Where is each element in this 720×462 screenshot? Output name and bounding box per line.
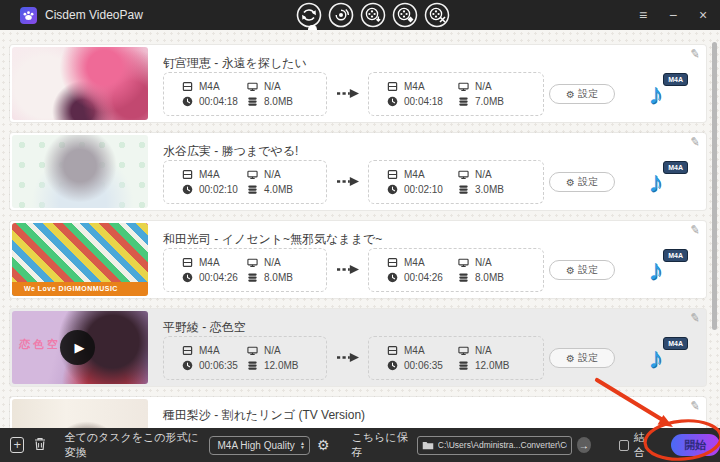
window-controls: ≡ − × (634, 0, 712, 30)
close-icon[interactable]: × (694, 7, 712, 23)
target-size: 3.0MB (475, 184, 504, 195)
settings-button[interactable]: ⚙設定 (549, 260, 615, 280)
nav-download-icon[interactable] (360, 2, 386, 28)
resolution-icon (247, 257, 258, 268)
output-path-input[interactable] (438, 440, 567, 450)
resolution-icon (458, 257, 469, 268)
duration-icon (387, 360, 398, 371)
target-format: M4A (404, 345, 425, 356)
source-resolution: N/A (264, 169, 281, 180)
thumbnail[interactable] (12, 135, 148, 208)
thumbnail[interactable] (12, 47, 148, 120)
gear-icon: ⚙ (566, 177, 575, 188)
titlebar: Cisdem VideoPaw (0, 0, 720, 30)
add-file-icon[interactable]: + (10, 437, 24, 453)
minimize-icon[interactable]: − (664, 7, 682, 23)
resolution-icon (247, 345, 258, 356)
format-icon (182, 257, 193, 268)
music-note-icon: ♪ (648, 341, 663, 375)
rename-pencil-icon[interactable]: ✎ (689, 46, 701, 61)
target-duration: 00:04:26 (404, 272, 443, 283)
start-button[interactable]: 開始 (671, 434, 720, 456)
source-info: M4A N/A 00:02:10 4.0MB (163, 160, 327, 204)
scrollbar[interactable] (712, 42, 717, 330)
settings-button[interactable]: ⚙設定 (549, 172, 615, 192)
rename-pencil-icon[interactable]: ✎ (689, 398, 701, 413)
source-resolution: N/A (264, 345, 281, 356)
size-icon (458, 96, 469, 107)
source-format: M4A (199, 345, 220, 356)
merge-label: 結合 (634, 430, 653, 460)
arrow-right-icon (336, 264, 360, 275)
source-duration: 00:04:26 (199, 272, 238, 283)
thumbnail-banner: We Love DIGIMONMUSIC (12, 282, 148, 296)
output-format-icon: ♪ M4A (648, 73, 688, 115)
source-size: 8.0MB (264, 272, 293, 283)
source-resolution: N/A (264, 257, 281, 268)
rename-pencil-icon[interactable]: ✎ (689, 310, 701, 325)
target-info: M4A N/A 00:04:26 8.0MB (368, 248, 544, 292)
target-duration: 00:02:10 (404, 184, 443, 195)
nav-record-icon[interactable] (328, 2, 354, 28)
format-icon (182, 169, 193, 180)
target-size: 8.0MB (475, 272, 504, 283)
nav-convert-icon[interactable] (296, 2, 322, 28)
arrow-right-icon (336, 352, 360, 363)
target-format: M4A (404, 257, 425, 268)
task-row[interactable]: 钉宫理恵 - 永遠を探したい M4A N/A 00:04:18 8.0MB M4… (10, 45, 706, 122)
thumbnail[interactable]: 恋色空 ▶ (12, 311, 148, 384)
nav-toolbox-icon[interactable] (424, 2, 450, 28)
thumbnail[interactable] (12, 399, 148, 428)
trash-icon[interactable] (32, 436, 48, 454)
target-resolution: N/A (475, 81, 492, 92)
format-icon (387, 257, 398, 268)
task-row[interactable]: 種田梨沙 - 割れたリンゴ (TV Version) ✎ (10, 397, 706, 428)
output-format-icon: ♪ M4A (648, 161, 688, 203)
nav-edit-icon[interactable] (392, 2, 418, 28)
merge-checkbox[interactable] (619, 440, 629, 451)
target-format: M4A (404, 81, 425, 92)
app-title: Cisdem VideoPaw (45, 8, 143, 22)
open-folder-arrow-icon[interactable]: → (577, 437, 591, 453)
menu-icon[interactable]: ≡ (634, 7, 652, 23)
thumbnail[interactable]: We Love DIGIMONMUSIC (12, 223, 148, 296)
format-select[interactable]: M4A High Quality ▲▼ (209, 436, 311, 455)
format-settings-gear-icon[interactable]: ⚙ (317, 437, 330, 453)
format-icon (387, 345, 398, 356)
thumbnail-text: 恋色空 (19, 337, 61, 352)
source-info: M4A N/A 00:06:35 12.0MB (163, 336, 327, 380)
target-size: 12.0MB (475, 360, 509, 371)
task-row[interactable]: 水谷広実 - 勝つまでやる! M4A N/A 00:02:10 4.0MB M4… (10, 133, 706, 210)
select-stepper-icon: ▲▼ (300, 441, 305, 449)
rename-pencil-icon[interactable]: ✎ (689, 222, 701, 237)
settings-button[interactable]: ⚙設定 (549, 348, 615, 368)
track-title: 種田梨沙 - 割れたリンゴ (TV Version) (163, 407, 365, 424)
task-row[interactable]: We Love DIGIMONMUSIC 和田光司 - イノセント~無邪気なまま… (10, 221, 706, 298)
target-duration: 00:06:35 (404, 360, 443, 371)
target-resolution: N/A (475, 257, 492, 268)
settings-button[interactable]: ⚙設定 (549, 84, 615, 104)
target-info: M4A N/A 00:02:10 3.0MB (368, 160, 544, 204)
rename-pencil-icon[interactable]: ✎ (689, 134, 701, 149)
format-icon (387, 81, 398, 92)
target-resolution: N/A (475, 169, 492, 180)
source-format: M4A (199, 81, 220, 92)
size-icon (458, 272, 469, 283)
app-logo-paw-icon (20, 7, 37, 24)
source-duration: 00:04:18 (199, 96, 238, 107)
gear-icon: ⚙ (566, 265, 575, 276)
play-button[interactable]: ▶ (60, 330, 95, 365)
resolution-icon (247, 169, 258, 180)
resolution-icon (458, 81, 469, 92)
track-title: 平野綾 - 恋色空 (163, 319, 246, 336)
task-list: 钉宫理恵 - 永遠を探したい M4A N/A 00:04:18 8.0MB M4… (0, 30, 720, 428)
output-path-field[interactable] (417, 436, 572, 455)
size-icon (247, 96, 258, 107)
bottom-toolbar: + 全てのタスクをこの形式に変換 M4A High Quality ▲▼ ⚙ こ… (0, 428, 720, 462)
task-row-selected[interactable]: 恋色空 ▶ 平野綾 - 恋色空 M4A N/A 00:06:35 12.0MB … (10, 309, 706, 386)
target-duration: 00:04:18 (404, 96, 443, 107)
format-badge: M4A (663, 161, 688, 174)
duration-icon (182, 96, 193, 107)
size-icon (458, 360, 469, 371)
target-format: M4A (404, 169, 425, 180)
